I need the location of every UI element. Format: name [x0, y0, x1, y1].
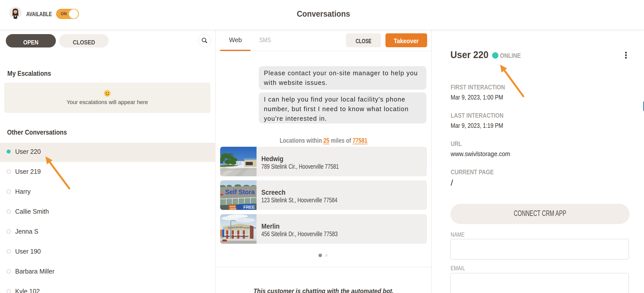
svg-text:AA SelfStorage: AA SelfStorage	[243, 227, 256, 229]
svg-text:FREE: FREE	[243, 205, 255, 210]
svg-text:OPEN: OPEN	[230, 208, 236, 210]
svg-text:Self Stora: Self Stora	[225, 188, 255, 196]
